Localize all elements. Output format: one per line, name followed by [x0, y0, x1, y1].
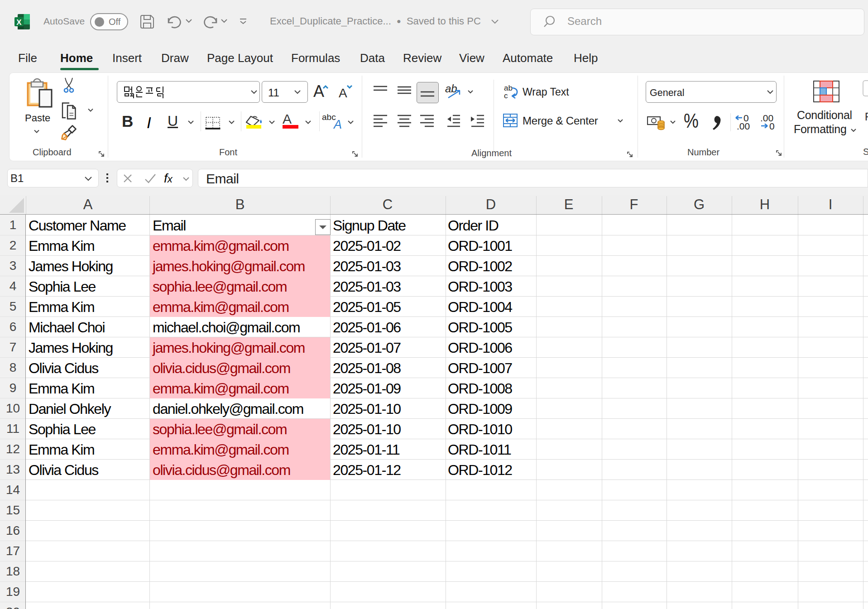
svg-text:c: c [504, 91, 508, 100]
svg-text:X: X [16, 18, 22, 27]
svg-text:.00: .00 [737, 121, 750, 130]
svg-text:0: 0 [769, 121, 775, 130]
